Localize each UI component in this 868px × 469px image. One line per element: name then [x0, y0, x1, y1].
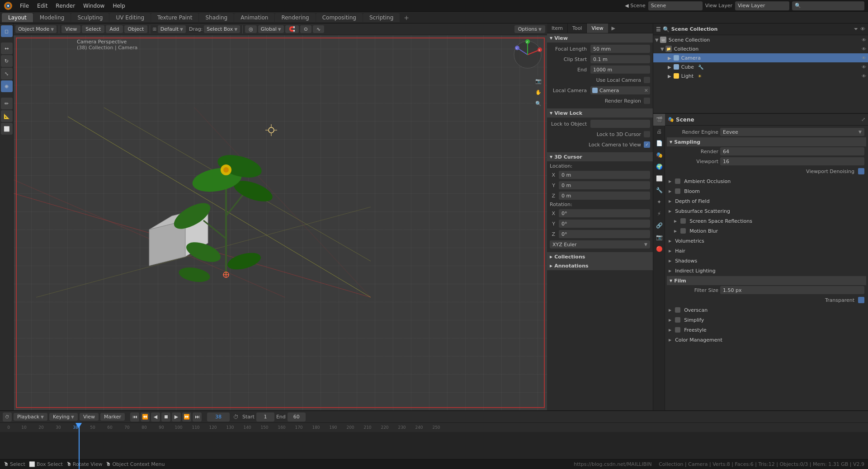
tab-sculpting[interactable]: Sculpting [71, 13, 109, 22]
sss-row[interactable]: ▶ Subsurface Scattering [667, 206, 866, 216]
freestyle-row[interactable]: ▶ Freestyle [667, 325, 866, 334]
dof-row[interactable]: ▶ Depth of Field [667, 197, 866, 206]
render-props-tab[interactable]: 🎬 [653, 114, 665, 126]
menu-help[interactable]: Help [109, 2, 128, 10]
tab-modeling[interactable]: Modeling [33, 13, 71, 22]
menu-render[interactable]: Render [52, 2, 79, 10]
add-menu[interactable]: Add [106, 25, 123, 33]
cursor-z-value[interactable]: 0 m [559, 192, 650, 200]
volumetrics-row[interactable]: ▶ Volumetrics [667, 236, 866, 245]
clip-end-value[interactable]: 1000 m [590, 66, 650, 74]
cursor-section-header[interactable]: ▼ 3D Cursor [547, 152, 653, 161]
outliner-item-light[interactable]: ▶ Light ☀ 👁 [653, 71, 868, 80]
output-props-tab[interactable]: 🖨 [653, 126, 665, 137]
material-props-tab[interactable]: 🔴 [653, 243, 665, 255]
play-reverse-btn[interactable]: ◀ [151, 413, 160, 422]
start-value[interactable]: 1 [256, 413, 274, 422]
viewport-canvas[interactable]: Camera Perspective (38) Collection | Cam… [14, 35, 547, 410]
world-props-tab[interactable]: 🌍 [653, 161, 665, 173]
object-props-tab[interactable]: ⬜ [653, 173, 665, 184]
clip-start-value[interactable]: 0.1 m [590, 55, 650, 63]
view-layer-props-tab[interactable]: 📄 [653, 137, 665, 149]
next-keyframe-btn[interactable]: ⏩ [182, 413, 191, 422]
view-menu[interactable]: View [61, 25, 80, 33]
view-section-header[interactable]: ▼ View [547, 33, 653, 42]
tab-scripting[interactable]: Scripting [363, 13, 400, 22]
transparent-checkbox[interactable] [858, 297, 864, 303]
view-lock-section-header[interactable]: ▼ View Lock [547, 108, 653, 117]
viewport-denoising-checkbox[interactable] [858, 168, 864, 174]
select-menu[interactable]: Select [82, 25, 104, 33]
n-tab-item-2[interactable]: ▶ [608, 23, 619, 33]
shadows-row[interactable]: ▶ Shadows [667, 256, 866, 265]
tab-texture-paint[interactable]: Texture Paint [151, 13, 198, 22]
stop-btn[interactable]: ⏹ [161, 413, 170, 422]
camera-view-icon[interactable]: 📷 [533, 76, 543, 86]
tab-rendering[interactable]: Rendering [275, 13, 315, 22]
jump-end-btn[interactable]: ⏭ [193, 413, 202, 422]
ambient-occlusion-row[interactable]: ▶ Ambient Occlusion [667, 177, 866, 186]
sampling-header[interactable]: ▼ Sampling [667, 137, 866, 146]
hand-tool-icon[interactable]: ✋ [533, 87, 543, 97]
timeline-area-icon[interactable]: ⏱ [3, 413, 12, 422]
motion-blur-row[interactable]: ▶ Motion Blur [667, 226, 866, 235]
move-tool-btn[interactable]: ↔ [1, 42, 13, 54]
outliner-item-scene-collection[interactable]: ▼ 🗂 Scene Collection 👁 [653, 35, 868, 44]
focal-length-value[interactable]: 50 mm [590, 45, 650, 53]
use-local-camera-checkbox[interactable] [644, 77, 650, 83]
cube-eye[interactable]: 👁 [862, 65, 866, 70]
render-engine-dropdown[interactable]: Eevee ▼ [720, 128, 864, 136]
object-menu[interactable]: Object [124, 25, 148, 33]
tab-shading[interactable]: Shading [199, 13, 234, 22]
options-btn[interactable]: Options ▼ [514, 25, 545, 33]
keying-menu[interactable]: Keying ▼ [49, 413, 78, 421]
physics-props-tab[interactable]: ⚡ [653, 208, 665, 220]
prev-keyframe-btn[interactable]: ⏪ [141, 413, 150, 422]
lock-camera-to-view-checkbox[interactable]: ✓ [644, 141, 650, 148]
scene-collection-eye[interactable]: 👁 [862, 38, 866, 42]
play-btn[interactable]: ▶ [172, 413, 181, 422]
n-tab-view[interactable]: View [587, 23, 608, 33]
jump-start-btn[interactable]: ⏮ [130, 413, 139, 422]
constraints-props-tab[interactable]: 🔗 [653, 220, 665, 231]
cursor-y-value[interactable]: 0 m [559, 181, 650, 189]
menu-file[interactable]: File [16, 2, 33, 10]
navigation-gizmo[interactable]: X Y Z [512, 39, 543, 70]
measure-btn[interactable]: 📐 [1, 110, 13, 122]
camera-eye[interactable]: 👁 [862, 56, 866, 61]
scene-dropdown[interactable]: Scene [648, 1, 703, 10]
lock-to-object-value[interactable] [590, 120, 650, 128]
outliner-item-camera[interactable]: ▶ Camera 👁 [653, 53, 868, 62]
outliner-display-btn[interactable]: 👁 [860, 26, 865, 32]
orientation-dropdown[interactable]: Default ▼ [158, 25, 186, 33]
film-header[interactable]: ▼ Film [667, 276, 866, 285]
global-dropdown[interactable]: Global ▼ [258, 25, 284, 33]
tab-animation[interactable]: Animation [234, 13, 274, 22]
current-frame[interactable]: 38 [207, 413, 230, 422]
render-value[interactable]: 64 [720, 147, 864, 155]
prop-expand-icon[interactable]: ⤢ [861, 117, 865, 122]
cursor-rx-value[interactable]: 0° [559, 209, 650, 217]
scene-props-tab[interactable]: 🎭 [653, 149, 665, 161]
add-workspace-btn[interactable]: + [400, 13, 413, 22]
tab-uv-editing[interactable]: UV Editing [109, 13, 151, 22]
search-btn[interactable]: 🔍 [792, 1, 864, 10]
filter-size-value[interactable]: 1.50 px [720, 286, 864, 294]
n-tab-item[interactable]: Item [547, 23, 568, 33]
mode-dropdown[interactable]: Object Mode ▼ [15, 25, 57, 33]
select-mode-btn[interactable]: ◻ [1, 25, 13, 37]
simplify-row[interactable]: ▶ Simplify [667, 315, 866, 324]
local-camera-value[interactable]: Camera ✕ [590, 86, 650, 94]
scale-tool-btn[interactable]: ⤡ [1, 68, 13, 80]
menu-edit[interactable]: Edit [33, 2, 51, 10]
end-value[interactable]: 60 [288, 413, 306, 422]
playback-menu[interactable]: Playback ▼ [14, 413, 47, 421]
ssr-row[interactable]: ▶ Screen Space Reflections [667, 216, 866, 225]
marker-menu[interactable]: Marker [100, 413, 125, 421]
tab-compositing[interactable]: Compositing [316, 13, 363, 22]
bloom-row[interactable]: ▶ Bloom [667, 187, 866, 196]
zoom-icon[interactable]: 🔍 [533, 98, 543, 108]
particles-props-tab[interactable]: ✦ [653, 196, 665, 208]
modifier-props-tab[interactable]: 🔧 [653, 184, 665, 196]
snap-btn[interactable]: 🧲 [285, 25, 299, 33]
